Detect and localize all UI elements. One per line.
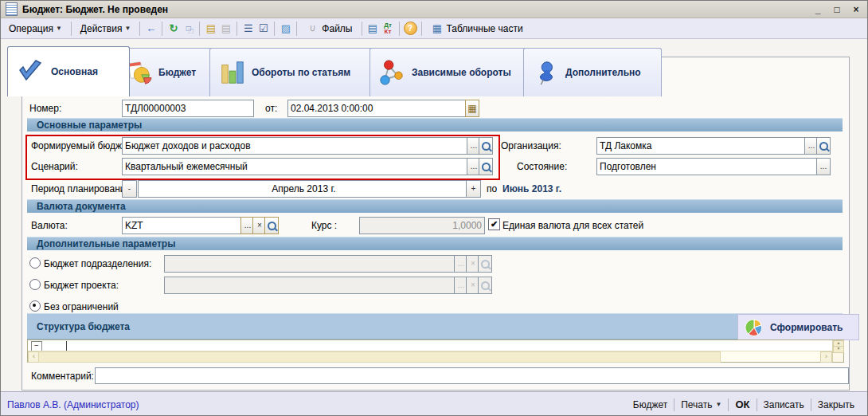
date-input[interactable]: [287, 100, 472, 117]
state-select-button[interactable]: ...: [816, 158, 831, 175]
actions-menu-button[interactable]: Действия ▼: [76, 21, 136, 37]
single-currency-label: Единая валюта для всех статей: [502, 220, 643, 231]
currency-input[interactable]: [122, 217, 248, 234]
save-button[interactable]: Записать: [757, 398, 811, 412]
tab-dependent-turnovers[interactable]: Зависимые обороты: [369, 48, 537, 96]
magnifier-icon: [481, 260, 490, 269]
planning-period-label: Период планирования:: [31, 183, 133, 194]
document-window: Бюджет: Бюджет. Не проведен _ □ × Операц…: [0, 0, 868, 416]
organization-open-button[interactable]: [816, 137, 831, 155]
pushpin-icon: [532, 59, 559, 86]
budget-footer-button[interactable]: Бюджет: [627, 398, 674, 412]
generate-button[interactable]: Сформировать: [737, 314, 859, 340]
scrollbar-thumb[interactable]: [38, 351, 721, 363]
project-budget-label: Бюджет проекта:: [44, 280, 119, 291]
copy-icon[interactable]: □: [182, 22, 195, 35]
chevron-down-icon: ▼: [716, 401, 722, 408]
text-cursor: [66, 341, 67, 351]
refresh-icon[interactable]: ↻: [166, 22, 180, 35]
date-label: от:: [265, 103, 277, 114]
section-header-currency: Валюта документа: [27, 199, 843, 213]
molecule-icon: [378, 59, 405, 86]
forming-budget-open-button[interactable]: [479, 137, 493, 155]
tab-main[interactable]: Основная: [7, 46, 130, 96]
post-document-icon[interactable]: ▤: [204, 22, 217, 35]
currency-label: Валюта:: [31, 220, 68, 231]
magnifier-icon: [481, 281, 490, 290]
minimize-button[interactable]: _: [811, 4, 824, 15]
section-header-additional: Дополнительные параметры: [27, 237, 843, 250]
separator: [399, 22, 400, 36]
calendar-button[interactable]: ▦: [465, 100, 479, 117]
checkbox-list-icon[interactable]: ☑: [256, 22, 270, 35]
number-input[interactable]: [122, 100, 254, 117]
maximize-button[interactable]: □: [831, 4, 843, 15]
chevron-down-icon: ▼: [56, 25, 62, 32]
horizontal-scrollbar[interactable]: ‹ ›: [28, 351, 832, 362]
scroll-down-icon[interactable]: ▼: [833, 346, 844, 353]
separator: [362, 22, 362, 36]
magnifier-icon: [819, 142, 828, 151]
pie-chart-icon: [745, 318, 764, 337]
help-icon[interactable]: ?: [404, 22, 417, 35]
number-label: Номер:: [29, 103, 61, 114]
no-limits-label: Без ограничений: [44, 301, 119, 312]
tab-additional[interactable]: Дополнительно: [523, 48, 662, 96]
unpost-document-icon: ▤: [219, 22, 233, 35]
currency-open-button[interactable]: [264, 217, 279, 234]
forming-budget-label: Формируемый бюджет:: [31, 140, 134, 151]
tab-budget[interactable]: Бюджет: [116, 48, 223, 96]
structure-list-icon[interactable]: ☰: [241, 22, 255, 35]
department-budget-input: [164, 255, 461, 273]
department-budget-open-button: [478, 255, 492, 273]
tab-turnovers-by-items[interactable]: Обороты по статьям: [209, 48, 383, 96]
comment-label: Комментарий:: [31, 371, 94, 382]
close-button[interactable]: ×: [850, 4, 862, 15]
reread-icon[interactable]: ←: [144, 22, 158, 35]
separator: [274, 22, 275, 36]
table-icon: ▦: [431, 22, 444, 35]
tabular-parts-button[interactable]: ▦ Табличные части: [426, 19, 528, 37]
debit-credit-icon[interactable]: Дт Кт: [381, 22, 395, 35]
ok-button[interactable]: ОК: [729, 397, 756, 412]
scenario-input[interactable]: [122, 158, 474, 175]
print-menu-button[interactable]: Печать ▼: [674, 398, 728, 412]
project-budget-radio[interactable]: [29, 279, 41, 290]
budget-structure-tree[interactable]: − ▲ ▼ ‹ ›: [27, 339, 844, 363]
separator: [237, 22, 237, 36]
scenario-open-button[interactable]: [479, 158, 493, 175]
department-budget-radio[interactable]: [29, 257, 41, 269]
single-currency-checkbox[interactable]: ✔: [488, 218, 500, 230]
picture-icon[interactable]: ▨: [279, 22, 292, 35]
status-bar: Павлов А.В. (Администратор) Бюджет Печат…: [1, 391, 867, 416]
separator: [139, 22, 140, 36]
separator: [421, 22, 422, 36]
period-input[interactable]: [138, 180, 470, 198]
operation-menu-button[interactable]: Операция ▼: [4, 21, 67, 37]
no-limits-radio[interactable]: [29, 300, 41, 312]
organization-label: Организация:: [501, 140, 561, 151]
vertical-scrollbar[interactable]: ▲ ▼: [832, 340, 843, 362]
section-header-main-params: Основные параметры: [27, 118, 843, 131]
magnifier-icon: [268, 222, 276, 230]
scenario-label: Сценарий:: [31, 161, 78, 172]
comment-input[interactable]: [95, 367, 849, 384]
separator: [162, 22, 162, 36]
document-icon: [6, 2, 18, 16]
report-icon[interactable]: ▤: [366, 22, 380, 35]
close-form-button[interactable]: Закрыть: [811, 398, 861, 412]
files-button[interactable]: ⊃ Файлы: [301, 19, 357, 37]
title-bar: Бюджет: Бюджет. Не проведен _ □ ×: [1, 1, 867, 18]
scroll-right-icon[interactable]: ›: [820, 351, 832, 363]
period-plus-button[interactable]: +: [466, 180, 481, 198]
state-label: Состояние:: [517, 161, 567, 172]
state-input[interactable]: [596, 158, 823, 175]
separator: [71, 22, 72, 36]
checkmark-icon: [16, 57, 45, 86]
organization-input[interactable]: [596, 137, 811, 155]
magnifier-icon: [482, 142, 491, 151]
period-minus-button[interactable]: -: [122, 180, 137, 198]
calendar-icon: ▦: [467, 101, 476, 116]
department-budget-label: Бюджет подразделения:: [44, 258, 151, 269]
forming-budget-input[interactable]: [122, 137, 474, 155]
